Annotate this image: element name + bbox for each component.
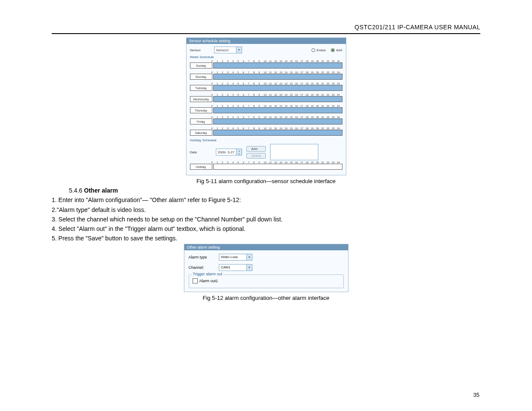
date-value: 2009- 3-27 (216, 150, 236, 154)
timeline-monday[interactable] (213, 74, 342, 80)
page-number: 35 (473, 392, 479, 398)
channel-label: Channel: (189, 265, 219, 270)
page-header: QSTC201/211 IP-CAMERA USER MANUAL (52, 24, 480, 31)
sensor-schedule-panel: Sensor schedule setting Sensor Sensor1 ▾… (186, 37, 346, 175)
other-alarm-panel: Other alarm setting Alarm type Video Los… (184, 244, 348, 292)
add-radio-label: Add (336, 48, 342, 52)
timeline-saturday[interactable] (213, 130, 342, 136)
step-3: 3. Select the channel which needs to be … (52, 215, 480, 224)
panel-title: Sensor schedule setting (187, 38, 346, 44)
timeline-sunday[interactable] (213, 62, 342, 68)
day-label: Friday (190, 118, 212, 125)
alarm-out1-checkbox[interactable]: Alarm out1 (193, 278, 218, 283)
alarm-type-select[interactable]: Video Loss ▾ (219, 254, 252, 261)
step-4: 4. Select "Alarm out" in the "Trigger al… (52, 224, 480, 233)
day-label: Tuesday (190, 85, 212, 91)
day-label: Saturday (190, 130, 212, 136)
timeline-thursday[interactable] (213, 107, 342, 113)
day-label: Sunday (190, 62, 212, 68)
step-2: 2."Alarm type" default is video loss. (52, 206, 480, 214)
spinner-icon: ▴▾ (236, 149, 242, 155)
sensor-select-value: Sensor1 (215, 48, 236, 52)
week-schedule-heading: Week Schedule (190, 55, 342, 59)
figure-5-12-caption: Fig 5-12 alarm configuration—other alarm… (202, 295, 329, 301)
radio-checked-icon (331, 48, 335, 52)
sensor-label: Sensor (190, 48, 212, 52)
timeline-tuesday[interactable] (213, 85, 342, 91)
alarm-type-value: Video Loss (219, 255, 246, 259)
chevron-down-icon: ▾ (236, 47, 242, 53)
timeline-wednesday[interactable] (213, 96, 342, 102)
erase-radio-label: Erase (317, 48, 326, 52)
figure-5-11-caption: Fig 5-11 alarm configuration—sensor sche… (196, 178, 336, 184)
chevron-down-icon: ▾ (246, 254, 252, 260)
timeline-friday[interactable] (213, 118, 342, 125)
add-radio[interactable]: Add (331, 48, 342, 52)
trigger-alarm-out-fieldset: Trigger alarm out Alarm out1 (189, 274, 344, 288)
day-label: Monday (190, 74, 212, 80)
checkbox-icon (193, 278, 198, 283)
sensor-select[interactable]: Sensor1 ▾ (214, 47, 242, 53)
radio-icon (311, 48, 315, 52)
holiday-delete-button[interactable]: Delete (246, 153, 266, 159)
step-1: 1. Enter into "Alarm configuration"— "Ot… (52, 196, 480, 204)
holiday-add-button[interactable]: Add (246, 146, 266, 152)
panel2-title: Other alarm setting (184, 244, 348, 250)
erase-radio[interactable]: Erase (311, 48, 326, 52)
header-divider (52, 33, 480, 34)
alarm-type-label: Alarm type (189, 255, 219, 259)
channel-select[interactable]: CAM1 ▾ (219, 264, 252, 271)
day-label: Thursday (190, 107, 212, 113)
day-label: Wednesday (190, 96, 212, 102)
section-number: 5.4.6 (69, 187, 82, 194)
holiday-date-list[interactable] (270, 144, 318, 160)
day-label: Holiday (190, 164, 212, 170)
date-label: Date (190, 150, 212, 154)
holiday-schedule-heading: Holiday Schedule (190, 138, 342, 142)
trigger-alarm-out-legend: Trigger alarm out (192, 272, 224, 276)
alarm-out1-label: Alarm out1 (199, 279, 218, 283)
timeline-holiday[interactable] (213, 164, 342, 170)
section-title: Other alarm (84, 187, 118, 194)
channel-value: CAM1 (219, 265, 246, 269)
section-5-4-6-heading: 5.4.6 Other alarm (69, 186, 480, 195)
step-5: 5. Press the "Save" button to save the s… (52, 234, 480, 243)
date-input[interactable]: 2009- 3-27 ▴▾ (216, 149, 243, 156)
chevron-down-icon: ▾ (246, 265, 252, 271)
